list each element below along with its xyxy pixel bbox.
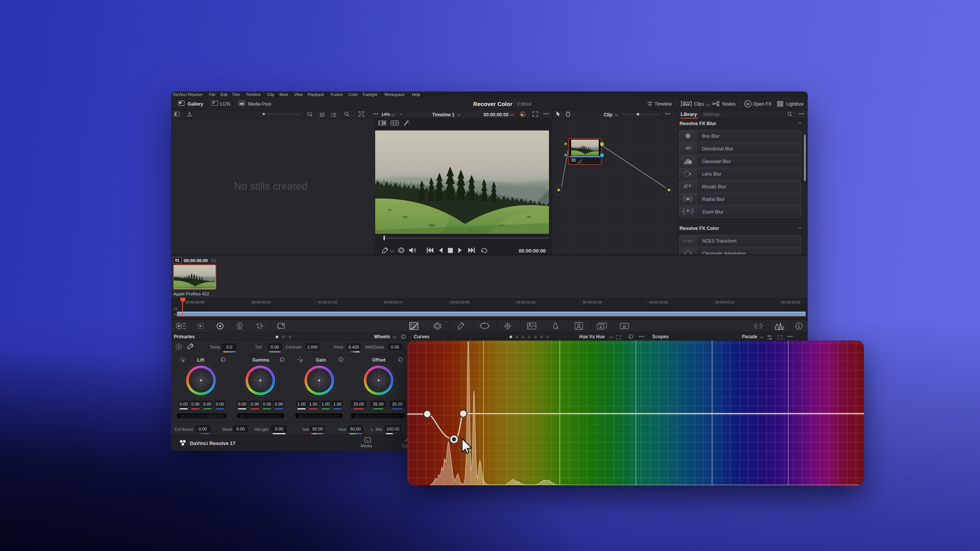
svg-text:⊞: ⊞ <box>367 439 369 442</box>
svg-text:ACES: ACES <box>683 239 693 243</box>
svg-text:3D: 3D <box>622 325 626 328</box>
svg-text:HDR: HDR <box>237 328 242 330</box>
svg-text:fx: fx <box>746 102 750 106</box>
